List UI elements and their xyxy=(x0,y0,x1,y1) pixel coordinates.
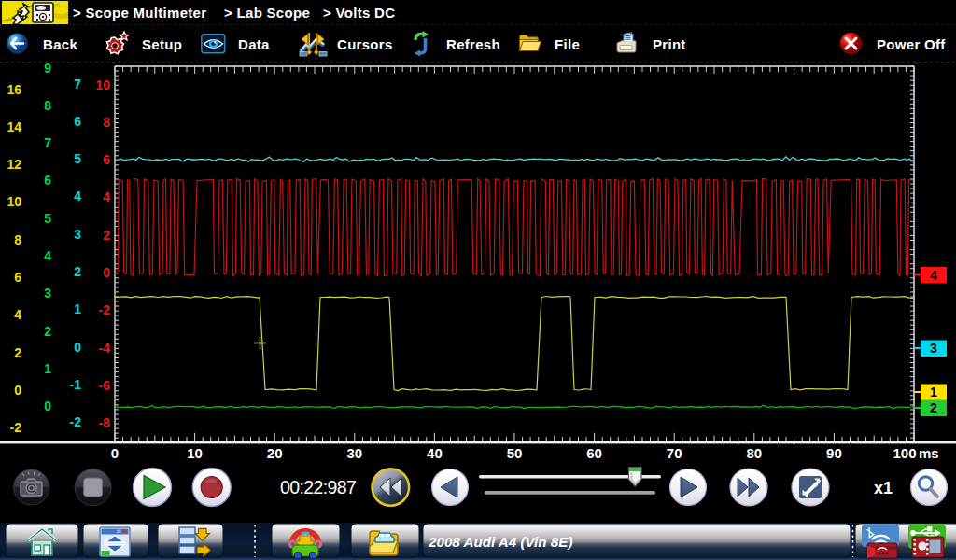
svg-text:-6: -6 xyxy=(99,378,111,393)
svg-text:00:22:987: 00:22:987 xyxy=(280,477,356,497)
svg-text:90: 90 xyxy=(826,445,842,461)
svg-text:1: 1 xyxy=(44,361,51,376)
svg-text:2: 2 xyxy=(74,264,81,279)
svg-text:3: 3 xyxy=(930,341,937,356)
svg-text:8: 8 xyxy=(44,98,51,113)
svg-text:6: 6 xyxy=(14,270,21,285)
svg-text:60: 60 xyxy=(586,445,602,461)
svg-text:0: 0 xyxy=(111,445,119,461)
svg-text:8: 8 xyxy=(103,115,110,130)
svg-text:50: 50 xyxy=(507,445,523,461)
svg-text:4: 4 xyxy=(103,189,110,204)
svg-text:10: 10 xyxy=(187,445,203,461)
svg-text:1: 1 xyxy=(930,385,937,399)
svg-text:-2: -2 xyxy=(10,420,22,435)
svg-text:3: 3 xyxy=(44,286,51,301)
svg-text:-4: -4 xyxy=(99,341,111,356)
svg-text:40: 40 xyxy=(427,445,443,461)
svg-text:30: 30 xyxy=(346,445,362,461)
svg-text:0: 0 xyxy=(74,340,81,355)
svg-text:70: 70 xyxy=(667,445,682,461)
svg-text:0: 0 xyxy=(44,399,51,413)
svg-text:-2: -2 xyxy=(70,414,82,429)
svg-text:-1: -1 xyxy=(70,377,82,392)
svg-text:-2: -2 xyxy=(99,302,111,317)
svg-text:7: 7 xyxy=(44,135,51,150)
svg-text:4: 4 xyxy=(930,268,937,283)
svg-text:1: 1 xyxy=(74,301,81,316)
svg-text:14: 14 xyxy=(7,119,21,134)
svg-text:8: 8 xyxy=(14,232,21,247)
svg-text:7: 7 xyxy=(74,77,81,91)
svg-text:2: 2 xyxy=(44,324,51,339)
svg-text:2: 2 xyxy=(930,400,937,415)
svg-text:6: 6 xyxy=(103,152,110,167)
svg-text:2: 2 xyxy=(14,345,21,360)
svg-text:4: 4 xyxy=(44,248,51,263)
svg-text:12: 12 xyxy=(7,157,21,172)
svg-text:5: 5 xyxy=(74,151,81,166)
svg-text:100: 100 xyxy=(893,445,916,461)
svg-text:x1: x1 xyxy=(874,479,893,497)
svg-text:4: 4 xyxy=(74,189,81,203)
svg-text:6: 6 xyxy=(74,114,81,129)
svg-text:6: 6 xyxy=(44,173,51,188)
svg-text:4: 4 xyxy=(14,307,21,322)
svg-text:10: 10 xyxy=(95,77,110,92)
svg-text:ms: ms xyxy=(919,445,939,461)
svg-text:20: 20 xyxy=(267,445,283,461)
svg-text:2: 2 xyxy=(103,228,110,243)
svg-text:16: 16 xyxy=(7,82,21,97)
svg-text:5: 5 xyxy=(44,211,51,226)
svg-text:3: 3 xyxy=(74,227,81,242)
svg-text:2008 Audi A4 (Vin 8E): 2008 Audi A4 (Vin 8E) xyxy=(428,534,572,550)
svg-text:9: 9 xyxy=(44,61,51,76)
svg-text:10: 10 xyxy=(7,194,21,209)
svg-text:0: 0 xyxy=(14,383,21,398)
svg-text:-8: -8 xyxy=(99,415,111,430)
svg-text:0: 0 xyxy=(103,265,110,280)
svg-text:80: 80 xyxy=(746,445,762,461)
